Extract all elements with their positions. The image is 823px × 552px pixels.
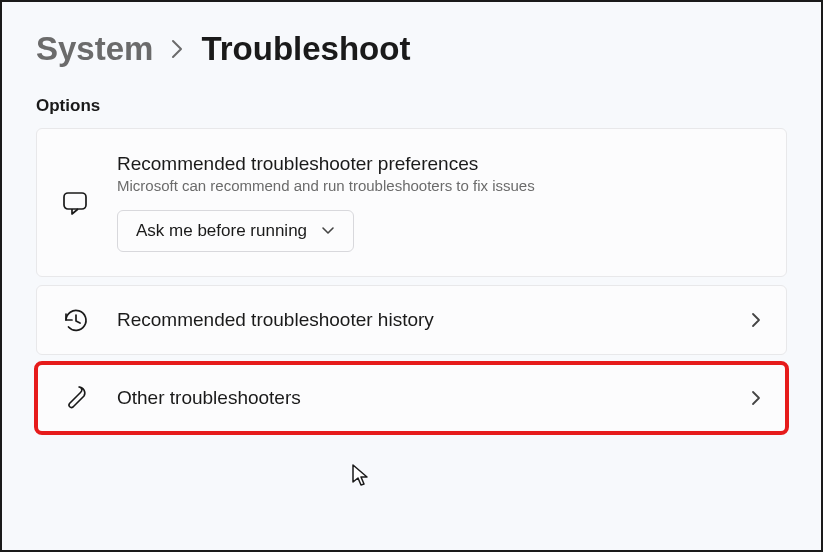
chevron-down-icon xyxy=(321,226,335,236)
history-card[interactable]: Recommended troubleshooter history xyxy=(36,285,787,355)
other-troubleshooters-card[interactable]: Other troubleshooters xyxy=(36,363,787,433)
preferences-title: Recommended troubleshooter preferences xyxy=(117,153,762,175)
svg-rect-0 xyxy=(64,193,86,209)
preferences-subtitle: Microsoft can recommend and run troubles… xyxy=(117,177,762,194)
section-label-options: Options xyxy=(36,96,787,116)
breadcrumb-parent[interactable]: System xyxy=(36,30,153,68)
preferences-dropdown[interactable]: Ask me before running xyxy=(117,210,354,252)
feedback-icon xyxy=(61,189,89,217)
history-title: Recommended troubleshooter history xyxy=(117,309,722,331)
preferences-card: Recommended troubleshooter preferences M… xyxy=(36,128,787,277)
wrench-icon xyxy=(61,384,89,412)
other-troubleshooters-title: Other troubleshooters xyxy=(117,387,722,409)
chevron-right-icon xyxy=(750,388,762,408)
chevron-right-icon xyxy=(171,39,183,59)
preferences-dropdown-value: Ask me before running xyxy=(136,221,307,241)
preferences-body: Recommended troubleshooter preferences M… xyxy=(117,153,762,252)
history-icon xyxy=(61,306,89,334)
breadcrumb-current: Troubleshoot xyxy=(201,30,410,68)
breadcrumb: System Troubleshoot xyxy=(36,30,787,68)
chevron-right-icon xyxy=(750,310,762,330)
cursor-icon xyxy=(352,464,372,490)
